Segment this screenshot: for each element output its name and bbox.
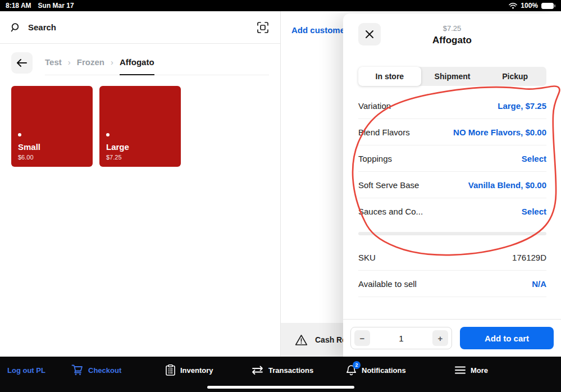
log-out-button[interactable]: Log out PL [7,357,45,384]
option-label: Blend Flavors [358,127,410,137]
hamburger-menu-icon [455,366,466,374]
battery-percent: 100% [521,2,538,10]
option-label: Toppings [358,154,392,163]
add-customer-link[interactable]: Add customer [291,25,348,35]
option-value[interactable]: NO More Flavors, $0.00 [453,127,546,137]
barcode-scan-icon[interactable] [256,21,270,34]
close-icon [365,30,374,39]
quantity-increase-button[interactable]: + [432,330,448,346]
detail-value: 176129D [512,253,546,262]
option-label: Sauces and Co... [358,207,423,216]
breadcrumb: Test › Frozen › Affogato [45,52,269,75]
bottom-navigation: Log out PL Checkout Inventory Transactio… [0,357,561,392]
section-divider [358,232,546,235]
warning-triangle-icon [295,334,308,346]
nav-label: Inventory [180,366,213,375]
status-date: Sun Mar 17 [38,2,74,10]
tile-dot-icon [106,133,110,136]
back-arrow-icon [16,58,28,67]
add-to-cart-button[interactable]: Add to cart [460,327,554,349]
detail-row-sku: SKU 176129D [358,244,546,271]
notification-badge: 2 [353,361,361,369]
status-bar: 8:18 AM Sun Mar 17 100% [0,0,561,11]
nav-item-notifications[interactable]: 2 Notifications [346,357,406,384]
nav-item-transactions[interactable]: Transactions [252,357,313,384]
tile-price: $6.00 [18,154,86,161]
breadcrumb-item-affogato[interactable]: Affogato [120,57,154,67]
item-detail-modal: $7.25 Affogato In store Shipment Pickup … [343,13,561,357]
modifier-options-list: Variation Large, $7.25 Blend Flavors NO … [358,93,546,225]
item-library-panel: Search Test › Frozen › Affogato [0,11,281,357]
search-input[interactable]: Search [28,22,56,32]
tile-name: Large [106,142,174,152]
nav-label: Log out PL [7,366,45,375]
wifi-icon [509,3,517,9]
nav-label: Checkout [88,366,121,375]
option-value[interactable]: Select [522,154,546,163]
modal-footer: − 1 + Add to cart [343,319,561,357]
option-value[interactable]: Large, $7.25 [498,101,546,111]
detail-label: Available to sell [358,279,417,289]
cart-icon [71,364,83,376]
nav-item-checkout[interactable]: Checkout [71,357,121,384]
close-button[interactable] [358,23,381,45]
quantity-decrease-button[interactable]: − [354,330,370,346]
quantity-stepper: − 1 + [350,327,452,349]
clipboard-icon [166,364,175,376]
transfer-arrows-icon [252,366,263,375]
tab-pickup[interactable]: Pickup [484,67,546,86]
quantity-value: 1 [399,334,403,343]
option-label: Soft Serve Base [358,180,419,190]
search-bar[interactable]: Search [0,11,280,44]
detail-label: SKU [358,253,376,262]
fulfillment-tabs: In store Shipment Pickup [358,67,546,86]
option-row-soft-serve-base[interactable]: Soft Serve Base Vanilla Blend, $0.00 [358,172,546,198]
option-row-blend-flavors[interactable]: Blend Flavors NO More Flavors, $0.00 [358,119,546,145]
option-row-sauces[interactable]: Sauces and Co... Select [358,198,546,225]
option-value[interactable]: Select [522,207,546,216]
pos-app-screen: 8:18 AM Sun Mar 17 100% Search [0,0,561,392]
tab-in-store[interactable]: In store [358,67,421,86]
breadcrumb-item-frozen[interactable]: Frozen [77,57,104,67]
tile-name: Small [18,142,86,152]
nav-item-inventory[interactable]: Inventory [166,357,213,384]
option-label: Variation [358,101,391,111]
option-row-toppings[interactable]: Toppings Select [358,145,546,172]
breadcrumb-item-test[interactable]: Test [45,57,62,67]
tile-dot-icon [18,133,21,136]
tile-price: $7.25 [106,154,174,161]
search-icon [11,22,21,33]
nav-item-more[interactable]: More [455,357,488,384]
nav-label: Transactions [268,366,313,375]
back-button[interactable] [11,52,33,74]
option-row-variation[interactable]: Variation Large, $7.25 [358,93,546,119]
chevron-right-icon: › [68,57,71,67]
chevron-right-icon: › [111,57,113,67]
tab-shipment[interactable]: Shipment [421,67,484,86]
nav-label: Notifications [362,366,406,375]
clock-time: 8:18 AM [6,2,31,10]
detail-value[interactable]: N/A [532,279,546,289]
item-tile-large[interactable]: Large $7.25 [99,86,181,167]
option-value[interactable]: Vanilla Blend, $0.00 [468,180,546,190]
item-tile-small[interactable]: Small $6.00 [11,86,93,167]
nav-label: More [471,366,488,375]
home-indicator[interactable] [207,386,354,389]
battery-icon [541,3,555,9]
detail-row-available: Available to sell N/A [358,271,546,297]
variation-tile-grid: Small $6.00 Large $7.25 [0,86,280,167]
item-details-list: SKU 176129D Available to sell N/A [358,244,546,297]
